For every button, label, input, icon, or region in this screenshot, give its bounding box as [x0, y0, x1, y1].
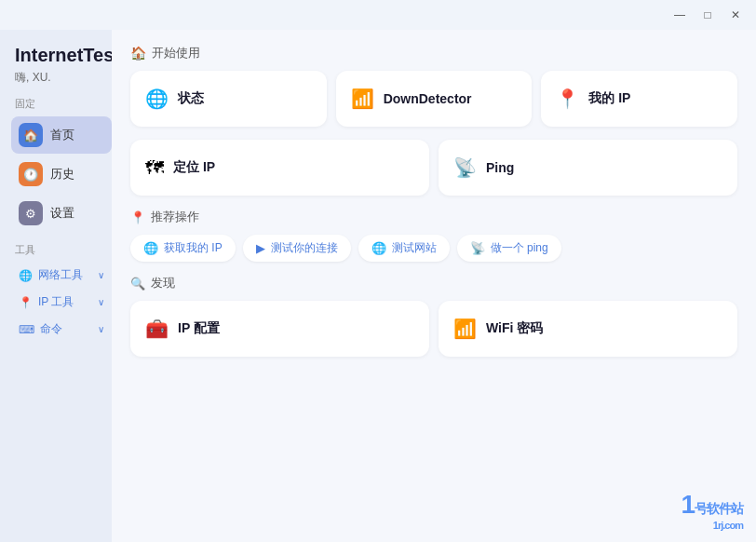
- sidebar-item-home[interactable]: 🏠 首页: [11, 116, 112, 154]
- wifi-password-icon: 📶: [453, 318, 477, 340]
- chip-test-website-label: 测试网站: [392, 240, 437, 256]
- start-section-header: 🏠 开始使用: [130, 45, 737, 61]
- chip-testconn-icon: ▶: [256, 241, 265, 255]
- start-section-label: 开始使用: [152, 45, 200, 61]
- history-icon: 🕐: [19, 162, 43, 186]
- sidebar-item-home-label: 首页: [50, 127, 74, 143]
- settings-icon: ⚙: [19, 201, 43, 225]
- chip-testweb-icon: 🌐: [371, 241, 386, 255]
- sidebar-item-network-tools-label: 网络工具: [38, 267, 83, 283]
- downdetector-icon: 📶: [351, 88, 374, 110]
- card-locateip[interactable]: 🗺 定位 IP: [130, 140, 429, 196]
- chip-test-connection-label: 测试你的连接: [271, 240, 338, 256]
- app-title: InternetTest: [11, 45, 112, 66]
- fixed-section-label: 固定: [11, 97, 112, 111]
- ip-config-icon: 🧰: [145, 318, 169, 340]
- close-button[interactable]: ✕: [722, 6, 749, 24]
- card-status[interactable]: 🌐 状态: [130, 71, 327, 127]
- main-cards-row2: 🗺 定位 IP 📡 Ping: [130, 140, 737, 196]
- chip-do-ping[interactable]: 📡 做一个 ping: [457, 235, 561, 262]
- sidebar-item-history[interactable]: 🕐 历史: [11, 156, 112, 193]
- sidebar-item-commands-label: 命令: [40, 321, 62, 337]
- chevron-down-icon: ∨: [98, 270, 104, 280]
- card-myip-label: 我的 IP: [588, 90, 630, 107]
- sidebar-item-ip-tools[interactable]: 📍 IP 工具 ∨: [11, 290, 112, 315]
- chip-do-ping-label: 做一个 ping: [491, 240, 548, 256]
- network-tools-icon: 🌐: [19, 269, 33, 282]
- start-section-icon: 🏠: [130, 46, 146, 61]
- card-ip-config-label: IP 配置: [178, 320, 220, 337]
- chip-get-my-ip-label: 获取我的 IP: [164, 240, 223, 256]
- greeting: 嗨, XU.: [11, 70, 112, 86]
- main-cards-row1: 🌐 状态 📶 DownDetector 📍 我的 IP: [130, 71, 737, 127]
- ip-tools-icon: 📍: [19, 296, 33, 309]
- chips-row: 🌐 获取我的 IP ▶ 测试你的连接 🌐 测试网站 📡 做一个 ping: [130, 235, 737, 262]
- status-icon: 🌐: [145, 88, 169, 110]
- chip-getmyip-icon: 🌐: [143, 241, 158, 255]
- card-ping[interactable]: 📡 Ping: [439, 140, 737, 196]
- card-downdetector[interactable]: 📶 DownDetector: [336, 71, 533, 127]
- minimize-button[interactable]: —: [667, 6, 693, 24]
- discover-cards: 🧰 IP 配置 📶 WiFi 密码: [130, 301, 737, 357]
- recommended-icon: 📍: [130, 210, 145, 224]
- sidebar-item-network-tools[interactable]: 🌐 网络工具 ∨: [11, 263, 112, 288]
- discover-label-text: 发现: [151, 275, 175, 291]
- ping-icon: 📡: [453, 156, 477, 179]
- commands-icon: ⌨: [19, 323, 34, 336]
- title-bar: — □ ✕: [0, 0, 756, 30]
- main-content: 🏠 开始使用 🌐 状态 📶 DownDetector 📍 我的 IP 🗺 定位 …: [112, 30, 756, 542]
- watermark: 1号软件站 1rj.com: [681, 490, 743, 531]
- app-body: InternetTest 嗨, XU. 固定 🏠 首页 🕐 历史 ⚙ 设置 工具…: [0, 30, 756, 542]
- card-wifi-password-label: WiFi 密码: [486, 320, 543, 337]
- myip-icon: 📍: [556, 88, 579, 110]
- chevron-down-icon-3: ∨: [98, 324, 104, 334]
- card-downdetector-label: DownDetector: [384, 91, 472, 106]
- discover-section-header: 🔍 发现: [130, 275, 737, 291]
- card-ip-config[interactable]: 🧰 IP 配置: [130, 301, 429, 357]
- chip-test-connection[interactable]: ▶ 测试你的连接: [243, 235, 351, 262]
- card-wifi-password[interactable]: 📶 WiFi 密码: [439, 301, 737, 357]
- recommended-label-text: 推荐操作: [151, 209, 199, 225]
- home-icon: 🏠: [19, 123, 43, 147]
- card-status-label: 状态: [178, 90, 204, 107]
- chip-ping-icon: 📡: [470, 241, 485, 255]
- sidebar-item-settings[interactable]: ⚙ 设置: [11, 195, 112, 232]
- sidebar-item-history-label: 历史: [50, 166, 74, 183]
- discover-icon: 🔍: [130, 277, 145, 291]
- sidebar: InternetTest 嗨, XU. 固定 🏠 首页 🕐 历史 ⚙ 设置 工具…: [0, 30, 112, 542]
- maximize-button[interactable]: □: [695, 6, 721, 24]
- chip-test-website[interactable]: 🌐 测试网站: [358, 235, 450, 262]
- sidebar-item-ip-tools-label: IP 工具: [38, 294, 74, 310]
- chip-get-my-ip[interactable]: 🌐 获取我的 IP: [130, 235, 236, 262]
- sidebar-item-commands[interactable]: ⌨ 命令 ∨: [11, 317, 112, 342]
- recommended-section-header: 📍 推荐操作: [130, 209, 737, 225]
- sidebar-item-settings-label: 设置: [50, 205, 74, 222]
- card-myip[interactable]: 📍 我的 IP: [541, 71, 737, 127]
- card-locateip-label: 定位 IP: [173, 159, 215, 176]
- locateip-icon: 🗺: [145, 157, 164, 179]
- tools-section-label: 工具: [15, 243, 112, 257]
- card-ping-label: Ping: [486, 160, 514, 175]
- chevron-down-icon-2: ∨: [98, 297, 104, 307]
